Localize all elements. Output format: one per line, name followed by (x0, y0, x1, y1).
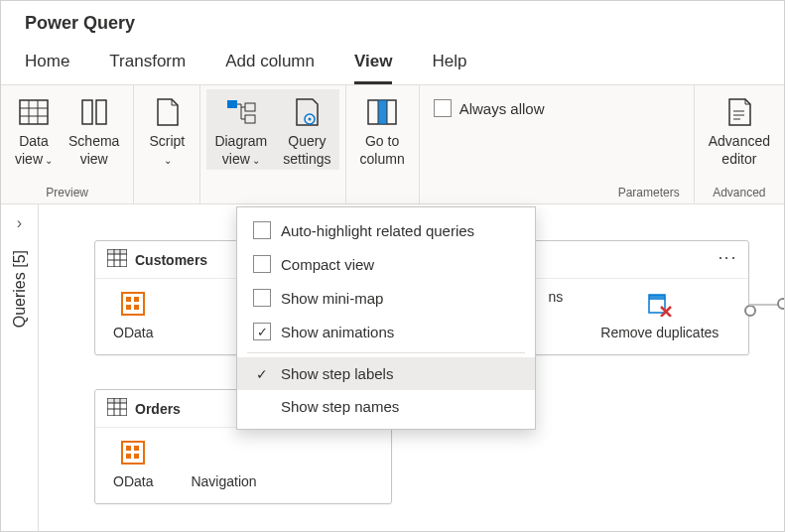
dd-label: Compact view (281, 256, 374, 273)
ribbon-group-parameters: Always allow Parameters (420, 85, 695, 203)
tab-view[interactable]: View (354, 46, 392, 84)
tab-help[interactable]: Help (432, 46, 466, 84)
chevron-down-icon: ⌄ (252, 155, 260, 166)
step-label: ns (548, 289, 563, 305)
step-remove-duplicates[interactable]: Remove duplicates (600, 289, 719, 340)
query-steps: OData Navigation (95, 428, 391, 503)
svg-rect-31 (649, 295, 665, 300)
always-allow-checkbox[interactable]: Always allow (426, 89, 553, 127)
external-handle[interactable] (777, 298, 785, 310)
svg-rect-39 (126, 446, 131, 451)
dd-label: Show mini-map (281, 290, 383, 307)
ribbon-group-script: Script⌄ (134, 85, 200, 203)
script-button[interactable]: Script⌄ (140, 89, 194, 170)
group-label-parameters: Parameters (426, 184, 688, 203)
checkbox-icon (253, 221, 271, 239)
data-view-button[interactable]: Data view⌄ (7, 89, 61, 170)
svg-rect-28 (126, 305, 131, 310)
group-label-preview: Preview (7, 184, 127, 203)
query-settings-label: Query settings (283, 133, 330, 168)
queries-rail-label: Queries [5] (11, 250, 29, 328)
diagram-view-dropdown: Auto-highlight related queries Compact v… (236, 206, 536, 430)
svg-rect-41 (126, 454, 131, 459)
go-to-column-button[interactable]: Go to column (352, 89, 413, 170)
script-icon (150, 95, 184, 129)
svg-rect-20 (107, 249, 127, 254)
svg-rect-9 (245, 115, 255, 123)
step-label: OData (113, 325, 153, 340)
ribbon-group-goto: Go to column (346, 85, 420, 203)
dd-compact-view[interactable]: Compact view (237, 247, 535, 281)
query-name: Orders (135, 401, 181, 417)
table-icon (107, 249, 127, 270)
dd-show-animations[interactable]: ✓ Show animations (237, 315, 535, 348)
script-label: Script⌄ (149, 133, 185, 168)
svg-rect-29 (134, 305, 139, 310)
settings-page-icon (290, 95, 324, 129)
svg-rect-25 (122, 293, 144, 315)
svg-rect-7 (227, 100, 237, 108)
diagram-view-label: Diagram view⌄ (214, 133, 267, 168)
svg-rect-26 (126, 297, 131, 302)
go-to-column-label: Go to column (360, 133, 405, 168)
query-settings-button[interactable]: Query settings (275, 89, 338, 170)
checkbox-icon (253, 289, 271, 307)
dd-auto-highlight[interactable]: Auto-highlight related queries (237, 213, 535, 247)
table-icon (107, 398, 127, 419)
tab-home[interactable]: Home (25, 46, 69, 84)
schema-view-button[interactable]: Schema view (61, 89, 127, 170)
step-partial[interactable]: ns (548, 289, 563, 340)
advanced-editor-button[interactable]: Advanced editor (701, 89, 778, 170)
group-label-advanced: Advanced (701, 184, 778, 203)
dd-show-step-names[interactable]: Show step names (237, 390, 535, 423)
step-odata[interactable]: OData (113, 289, 153, 340)
svg-rect-6 (96, 100, 106, 124)
step-odata[interactable]: OData (113, 438, 153, 489)
data-view-label: Data view⌄ (15, 133, 53, 168)
always-allow-label: Always allow (459, 100, 545, 117)
ribbon-group-advanced: Advanced editor Advanced (695, 85, 784, 203)
connector-line (749, 304, 779, 306)
step-label: Remove duplicates (600, 325, 719, 340)
step-navigation[interactable]: Navigation (191, 438, 256, 489)
dd-label: Show step names (281, 398, 399, 415)
queries-side-rail: › Queries [5] (1, 204, 39, 532)
svg-rect-33 (107, 398, 127, 403)
dd-mini-map[interactable]: Show mini-map (237, 281, 535, 315)
query-name: Customers (135, 252, 207, 268)
svg-rect-8 (245, 103, 255, 111)
schema-view-label: Schema view (68, 133, 119, 168)
step-label: Navigation (191, 473, 256, 489)
dd-show-step-labels[interactable]: ✓ Show step labels (237, 357, 535, 390)
app-title: Power Query (1, 1, 784, 38)
check-icon: ✓ (253, 366, 271, 382)
checkbox-checked-icon: ✓ (253, 323, 271, 340)
diagram-view-button[interactable]: Diagram view⌄ (206, 89, 275, 170)
columns-icon (77, 95, 111, 129)
output-handle[interactable] (744, 305, 756, 317)
svg-rect-13 (378, 100, 387, 124)
tab-add-column[interactable]: Add column (225, 46, 315, 84)
diagram-icon (224, 95, 258, 129)
tab-transform[interactable]: Transform (109, 46, 186, 84)
more-actions-button[interactable]: ⋮ (717, 249, 738, 269)
advanced-editor-label: Advanced editor (709, 133, 770, 168)
ribbon-group-preview: Data view⌄ Schema view Preview (1, 85, 134, 203)
odata-icon (118, 289, 148, 319)
svg-rect-5 (82, 100, 92, 124)
advanced-editor-icon (722, 95, 756, 129)
remove-duplicates-icon (645, 289, 675, 319)
grid-icon (17, 95, 51, 129)
svg-rect-42 (134, 454, 139, 459)
dropdown-separator (247, 352, 525, 353)
expand-queries-button[interactable]: › (17, 214, 22, 232)
go-to-column-icon (365, 95, 399, 129)
checkbox-icon (434, 99, 452, 117)
dd-label: Auto-highlight related queries (281, 222, 474, 239)
ribbon: Data view⌄ Schema view Preview Script⌄ (1, 85, 784, 204)
svg-rect-38 (122, 442, 144, 464)
svg-rect-0 (20, 100, 48, 124)
chevron-down-icon: ⌄ (164, 155, 172, 166)
ribbon-tabs: Home Transform Add column View Help (1, 38, 784, 85)
dd-label: Show animations (281, 324, 394, 340)
